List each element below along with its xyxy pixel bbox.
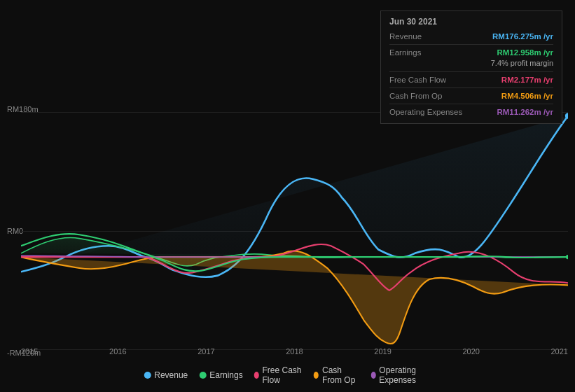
- opex-value: RM11.262m /yr: [497, 108, 553, 116]
- legend-cashfromop: Cash From Op: [314, 365, 359, 385]
- legend-label-cashfromop: Cash From Op: [322, 365, 360, 385]
- legend-label-revenue: Revenue: [154, 370, 188, 380]
- legend-revenue: Revenue: [144, 370, 188, 380]
- legend-dot-earnings: [199, 372, 206, 379]
- info-box: Jun 30 2021 Revenue RM176.275m /yr Earni…: [380, 10, 562, 124]
- svg-point-2: [566, 255, 568, 259]
- revenue-label: Revenue: [389, 32, 422, 41]
- legend-earnings: Earnings: [199, 370, 242, 380]
- x-label-2016: 2016: [109, 347, 126, 356]
- opex-row: Operating Expenses RM11.262m /yr: [389, 106, 553, 118]
- earnings-label: Earnings: [389, 48, 421, 57]
- freecash-label: Free Cash Flow: [389, 76, 446, 84]
- legend-dot-opex: [370, 372, 375, 379]
- legend-dot-revenue: [144, 372, 151, 379]
- cashfromop-value: RM4.506m /yr: [501, 92, 553, 100]
- opex-label: Operating Expenses: [389, 108, 462, 116]
- x-label-2018: 2018: [286, 347, 303, 356]
- legend-dot-freecash: [254, 372, 259, 379]
- chart-svg: [21, 108, 568, 354]
- legend-freecash: Free Cash Flow: [254, 365, 303, 385]
- revenue-value: RM176.275m /yr: [492, 32, 553, 41]
- info-date: Jun 30 2021: [389, 17, 553, 27]
- earnings-row: Earnings RM12.958m /yr: [389, 47, 553, 58]
- freecash-value: RM2.177m /yr: [501, 76, 553, 84]
- legend-label-freecash: Free Cash Flow: [262, 365, 303, 385]
- chart-area: RM180m RM0 -RM120m: [0, 105, 575, 357]
- x-axis-labels: 2015 2016 2017 2018 2019 2020 2021: [21, 347, 568, 356]
- legend-label-opex: Operating Expenses: [379, 365, 431, 385]
- legend-label-earnings: Earnings: [209, 370, 242, 380]
- x-label-2021: 2021: [550, 347, 567, 356]
- earnings-value: RM12.958m /yr: [497, 48, 553, 57]
- revenue-row: Revenue RM176.275m /yr: [389, 31, 553, 42]
- freecash-row: Free Cash Flow RM2.177m /yr: [389, 74, 553, 85]
- x-label-2015: 2015: [21, 347, 38, 356]
- cashfromop-label: Cash From Op: [389, 92, 442, 100]
- chart-legend: Revenue Earnings Free Cash Flow Cash Fro…: [144, 365, 431, 385]
- x-label-2020: 2020: [462, 347, 479, 356]
- legend-dot-cashfromop: [314, 372, 319, 379]
- profit-margin: 7.4% profit margin: [389, 58, 553, 69]
- x-label-2017: 2017: [198, 347, 214, 356]
- x-label-2019: 2019: [374, 347, 391, 356]
- legend-opex: Operating Expenses: [370, 365, 431, 385]
- cashfromop-row: Cash From Op RM4.506m /yr: [389, 90, 553, 102]
